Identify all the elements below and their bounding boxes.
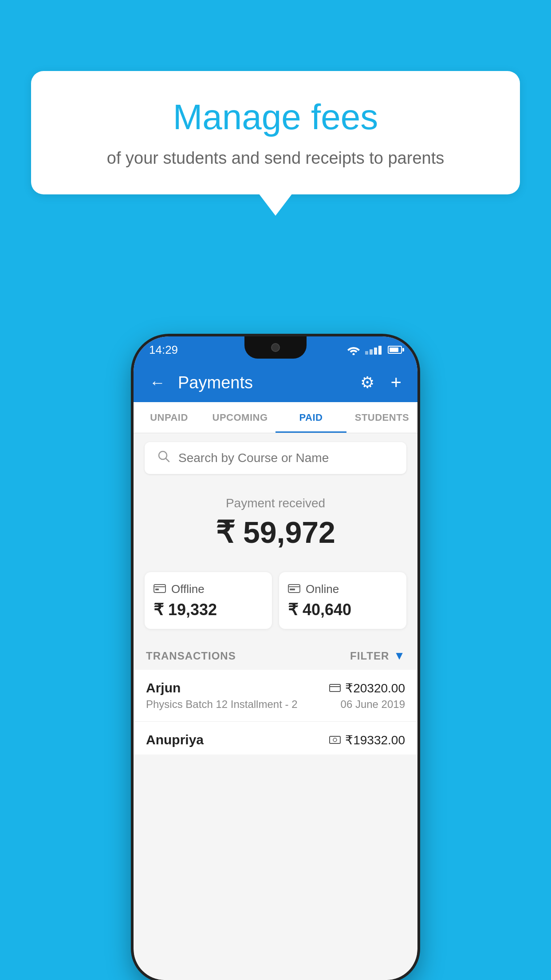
add-button[interactable]: + bbox=[387, 368, 405, 397]
app-bar: ← Payments ⚙ + bbox=[134, 363, 417, 402]
svg-rect-5 bbox=[155, 589, 159, 590]
transaction-course: Physics Batch 12 Installment - 2 bbox=[146, 698, 297, 711]
transaction-date: 06 June 2019 bbox=[341, 698, 405, 711]
filter-label: FILTER bbox=[350, 650, 389, 662]
transactions-header: TRANSACTIONS FILTER ▼ bbox=[134, 640, 417, 670]
offline-amount: ₹ 19,332 bbox=[153, 601, 263, 619]
signal-icon bbox=[365, 345, 382, 355]
offline-label: Offline bbox=[171, 582, 205, 596]
svg-rect-8 bbox=[290, 589, 295, 590]
transaction-amount: ₹20320.00 bbox=[329, 681, 405, 695]
svg-rect-9 bbox=[330, 684, 340, 692]
offline-payment-card: Offline ₹ 19,332 bbox=[145, 572, 272, 629]
online-label: Online bbox=[306, 582, 339, 596]
svg-point-12 bbox=[333, 738, 337, 742]
transaction-name: Anupriya bbox=[146, 732, 204, 747]
search-container bbox=[134, 433, 417, 483]
app-bar-title: Payments bbox=[178, 373, 348, 392]
payment-received-label: Payment received bbox=[145, 496, 406, 510]
online-amount: ₹ 40,640 bbox=[288, 601, 398, 619]
online-icon bbox=[288, 582, 300, 596]
payment-summary: Payment received ₹ 59,972 bbox=[134, 483, 417, 572]
filter-icon: ▼ bbox=[394, 649, 405, 663]
settings-button[interactable]: ⚙ bbox=[357, 370, 378, 395]
search-bar[interactable] bbox=[145, 442, 406, 474]
front-camera bbox=[271, 343, 280, 352]
phone-frame: 14:29 bbox=[134, 336, 417, 980]
tab-unpaid[interactable]: UNPAID bbox=[134, 402, 205, 433]
search-input[interactable] bbox=[178, 451, 394, 465]
phone-screen: 14:29 bbox=[134, 336, 417, 980]
tab-upcoming[interactable]: UPCOMING bbox=[205, 402, 276, 433]
card-payment-icon bbox=[329, 684, 341, 692]
offline-icon bbox=[153, 582, 166, 596]
tab-paid[interactable]: PAID bbox=[276, 402, 346, 433]
online-payment-card: Online ₹ 40,640 bbox=[279, 572, 406, 629]
svg-line-2 bbox=[166, 458, 169, 462]
speech-bubble: Manage fees of your students and send re… bbox=[31, 71, 520, 194]
back-button[interactable]: ← bbox=[146, 370, 169, 395]
transaction-item[interactable]: Anupriya ₹19332.00 bbox=[134, 722, 417, 755]
transaction-name: Arjun bbox=[146, 680, 181, 695]
cash-payment-icon bbox=[329, 735, 341, 744]
payment-cards: Offline ₹ 19,332 Online ₹ 40,640 bbox=[134, 572, 417, 640]
svg-rect-11 bbox=[330, 736, 340, 743]
tabs-bar: UNPAID UPCOMING PAID STUDENTS bbox=[134, 402, 417, 433]
wifi-icon bbox=[346, 344, 361, 355]
transaction-amount: ₹19332.00 bbox=[329, 733, 405, 747]
filter-button[interactable]: FILTER ▼ bbox=[350, 649, 405, 663]
transactions-list: Arjun ₹20320.00 Physics Batch 12 Install… bbox=[134, 670, 417, 755]
battery-icon bbox=[388, 346, 402, 354]
svg-point-0 bbox=[353, 353, 355, 356]
status-icons bbox=[346, 344, 402, 355]
transaction-item[interactable]: Arjun ₹20320.00 Physics Batch 12 Install… bbox=[134, 670, 417, 722]
status-time: 14:29 bbox=[149, 343, 178, 357]
svg-rect-3 bbox=[154, 585, 165, 593]
search-icon bbox=[157, 450, 170, 466]
transactions-label: TRANSACTIONS bbox=[146, 650, 236, 662]
phone-notch bbox=[244, 336, 307, 359]
payment-total-amount: ₹ 59,972 bbox=[145, 515, 406, 550]
speech-bubble-title: Manage fees bbox=[53, 98, 498, 137]
speech-bubble-subtitle: of your students and send receipts to pa… bbox=[53, 146, 498, 170]
tab-students[interactable]: STUDENTS bbox=[346, 402, 417, 433]
